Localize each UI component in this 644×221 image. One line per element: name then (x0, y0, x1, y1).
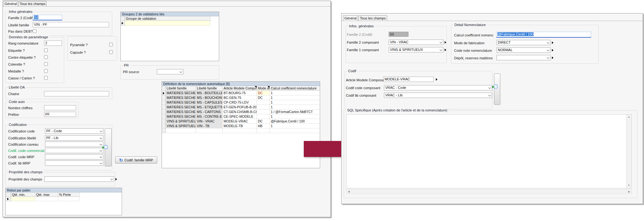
cell-famille2[interactable]: MS - ETIQUETTES (196, 105, 223, 110)
codification-code-dropdown[interactable]: PF - Code (45, 128, 103, 134)
cell-qte-max[interactable] (35, 197, 58, 201)
chaine-input[interactable] (44, 91, 109, 96)
detail-arrow-icon[interactable] (445, 41, 446, 44)
cell-calcul[interactable]: 1 / @FormatCarton.NbBTCT (270, 110, 320, 114)
propriete-champs-dropdown[interactable] (44, 176, 114, 182)
scroll-up-icon[interactable]: ▲ (628, 116, 630, 118)
column-header-mode[interactable]: Mode de (257, 86, 270, 91)
cell-calcul[interactable]: @Fabrique.Centil / 100 (270, 119, 320, 124)
table-row[interactable]: VINS & SPIRITUEUX VIN - VRAC MODELE-VRAC… (162, 119, 320, 124)
table-row[interactable]: VINS & SPIRITUEUX VIN - TB MODELE-TB HB … (162, 124, 320, 128)
codif-lib-mrp-dropdown[interactable] (45, 160, 103, 166)
article-modele-composant-input[interactable]: MODELE-VRAC (383, 77, 434, 82)
cell-article[interactable]: CP-CRD-75-LDV (223, 100, 257, 105)
cell-famille2[interactable]: MS - CAPSULES (196, 100, 223, 105)
prefixe-input[interactable]: PF (44, 112, 76, 117)
scroll-right-icon[interactable]: ▶ (628, 191, 630, 193)
detail-arrow-icon[interactable] (552, 49, 553, 51)
table-row[interactable]: MATIERES SECHES MS - CONTRE-ETI CE-SPEC-… (162, 114, 320, 119)
codif-code-commercial-dropdown[interactable] (45, 148, 103, 153)
tab-general[interactable]: Général (3, 1, 18, 6)
cell-mode[interactable] (257, 105, 270, 110)
detail-arrow-icon[interactable] (552, 57, 553, 59)
cell-famille1[interactable]: MATIERES SECHES (166, 110, 196, 114)
cell-famille2[interactable]: MS - BOUTEILLES (196, 91, 223, 95)
checkbox-contre-etiquette[interactable] (44, 55, 48, 59)
scroll-left-icon[interactable]: ◀ (348, 191, 350, 193)
cell-famille1[interactable]: MATIERES SECHES (166, 95, 196, 100)
cell-groupe-validation[interactable] (125, 21, 210, 26)
detail-arrow-icon[interactable] (436, 78, 437, 81)
column-header-qte-min[interactable]: Qté. min. (11, 192, 35, 197)
codification-caveau-dropdown[interactable] (45, 142, 103, 147)
cell-calcul[interactable]: 1 (270, 124, 320, 128)
cell-article[interactable]: MODELE-TB (223, 124, 257, 128)
table-row[interactable] (121, 21, 219, 26)
cell-mode[interactable] (257, 110, 270, 114)
cell-famille1[interactable]: VINS & SPIRITUEUX (166, 119, 196, 124)
famille1-composant-dropdown[interactable]: VINS & SPIRITUEUX (389, 47, 443, 52)
mode-fabrication-dropdown[interactable]: DIRECT (497, 40, 551, 45)
codif-code-mrp-dropdown[interactable] (45, 154, 103, 159)
cell-article[interactable]: CT-GEN-CHSMB-B-C6 (223, 110, 257, 114)
cell-article[interactable]: ET-GEN-POFUB-B-20 (223, 105, 257, 110)
scroll-down-icon[interactable]: ▼ (628, 184, 630, 187)
rang-nomenclature-input[interactable]: 2 (44, 40, 62, 46)
checkbox-medaille[interactable] (44, 69, 48, 73)
cell-mode[interactable]: DC (257, 119, 270, 124)
table-row[interactable]: MATIERES SECHES MS - CARTONS CT-GEN-CHSM… (162, 110, 320, 114)
cell-mode[interactable] (257, 114, 270, 119)
cell-mode[interactable]: HB (257, 124, 270, 128)
cell-article[interactable]: BT-BOURG-75 (223, 91, 257, 95)
table-row[interactable] (6, 197, 122, 201)
cell-famille1[interactable]: MATIERES SECHES (166, 100, 196, 105)
cell-calcul[interactable]: 1 (270, 95, 320, 100)
table-row[interactable]: MATIERES SECHES MS - BOUCHONS BC-GEN-75 … (162, 95, 320, 100)
cell-famille2[interactable]: MS - BOUCHONS (196, 95, 223, 100)
column-header-article[interactable]: Article Modele Compos (223, 86, 257, 91)
tab-tous-les-champs[interactable]: Tous les champs (19, 1, 47, 6)
codif-code-composant-dropdown[interactable]: VRAC - Code (384, 85, 492, 90)
cell-famille1[interactable]: MATIERES SECHES (166, 91, 196, 95)
column-header-calcul[interactable]: Calcul coefficient nomenclature (270, 86, 320, 91)
column-header-qte-max[interactable]: Qté. max (35, 192, 58, 197)
cell-mode[interactable]: DC (257, 91, 270, 95)
cell-famille1[interactable]: MATIERES SECHES (166, 114, 196, 119)
checkbox-capsule[interactable] (109, 50, 113, 54)
tab-tous-les-champs[interactable]: Tous les champs (358, 15, 387, 21)
famille2-composant-dropdown[interactable]: VIN - VRAC (389, 40, 443, 45)
table-row[interactable]: MATIERES SECHES MS - BOUTEILLES BT-BOURG… (162, 91, 320, 95)
cell-famille1[interactable]: MATIERES SECHES (166, 105, 196, 110)
cell-perte[interactable] (58, 197, 80, 201)
table-row[interactable]: MATIERES SECHES MS - ETIQUETTES ET-GEN-P… (162, 105, 320, 110)
famille2-codif-input[interactable]: 53 (33, 15, 62, 20)
column-header-perte[interactable]: % Perte (58, 192, 80, 197)
pr-source-dropdown[interactable] (157, 69, 183, 74)
tab-general[interactable]: Général (343, 15, 358, 21)
cell-calcul[interactable]: 1 (270, 114, 320, 119)
cell-mode[interactable]: DC (257, 95, 270, 100)
detail-arrow-icon[interactable] (552, 41, 553, 44)
cell-qte-min[interactable] (11, 197, 35, 201)
vertical-scrollbar[interactable]: ▲ ▼ (626, 115, 631, 188)
column-header-famille2[interactable]: Libellé famille (196, 86, 223, 91)
table-row[interactable]: MATIERES SECHES MS - CAPSULES CP-CRD-75-… (162, 100, 320, 105)
table-row-empty[interactable] (162, 128, 320, 133)
nombre-chiffres-input[interactable] (44, 105, 76, 110)
cell-famille2[interactable]: MS - CARTONS (196, 110, 223, 114)
detail-arrow-icon[interactable] (445, 49, 446, 51)
cell-famille1[interactable]: VINS & SPIRITUEUX (166, 124, 196, 128)
sql-textarea[interactable]: ▲ ▼ (346, 114, 632, 188)
cell-article[interactable]: CE-SPEC-MODELE (223, 114, 257, 119)
codif-lib-composant-dropdown[interactable]: VRAC - Lib (384, 93, 492, 98)
checkbox-colerette[interactable] (44, 62, 48, 66)
depot-reserves-dropdown[interactable] (497, 55, 551, 60)
checkbox-pyramide[interactable] (109, 43, 113, 46)
codif-famille-mrp-button[interactable]: ↻ Codif. famille MRP (115, 156, 157, 164)
cell-famille2[interactable]: VIN - TB (196, 124, 223, 128)
cell-mode[interactable] (257, 100, 270, 105)
cell-article[interactable]: MODELE-VRAC (223, 119, 257, 124)
calcul-coefficient-input[interactable]: @Fabrique.Centil / 100 (496, 32, 591, 38)
detail-arrow-icon[interactable] (115, 178, 117, 181)
column-header-groupe-validation[interactable]: Groupe de validation (125, 16, 210, 21)
